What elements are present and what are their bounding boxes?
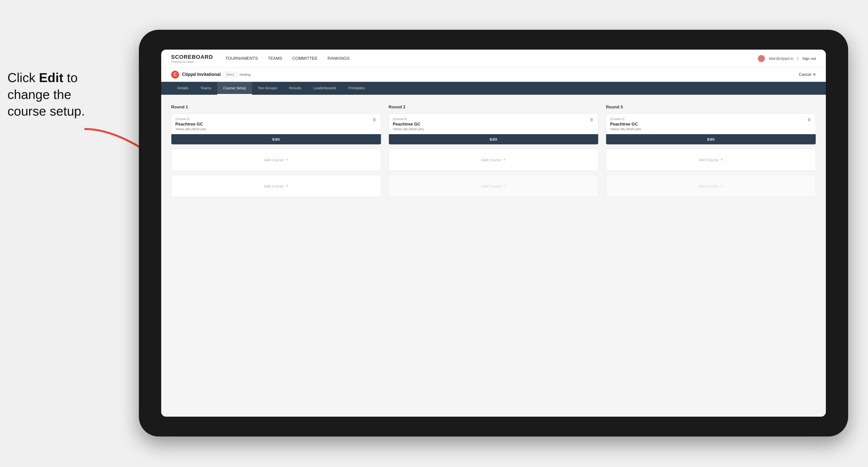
round-3-course-name: Peachtree GC [610, 122, 812, 127]
round-2-edit-button[interactable]: Edit [389, 134, 598, 144]
round-2-column: Round 2 (Course A) Peachtree GC Yellow (… [389, 105, 599, 201]
tablet-frame: SCOREBOARD Powered by clippd TOURNAMENTS… [139, 30, 848, 436]
nav-tournaments[interactable]: TOURNAMENTS [225, 55, 258, 62]
round-3-course-header: (Course A) Peachtree GC Yellow (M) (6629… [606, 114, 816, 134]
sign-out-link[interactable]: Sign out [802, 56, 816, 61]
sub-header: C Clippd Invitational (Men) Hosting Canc… [161, 67, 826, 82]
round-3-column: Round 3 (Course A) Peachtree GC Yellow (… [606, 105, 816, 201]
add-course-r3-text-2: Add Course [699, 184, 718, 188]
round-1-edit-button[interactable]: Edit [172, 134, 381, 144]
tab-printables[interactable]: Printables [342, 82, 371, 95]
tab-leaderboards[interactable]: Leaderboards [307, 82, 342, 95]
round-2-add-course-1[interactable]: Add Course + [389, 149, 599, 171]
round-1-label: Round 1 [171, 105, 381, 110]
tournament-gender-badge: (Men) [224, 72, 237, 77]
rounds-grid: Round 1 (Course A) Peachtree GC Yellow (… [171, 105, 816, 201]
logo-title: SCOREBOARD [171, 54, 213, 60]
nav-links: TOURNAMENTS TEAMS COMMITTEE RANKINGS [225, 55, 758, 62]
cancel-x-icon: ✕ [813, 72, 816, 77]
round-3-delete-icon[interactable]: 🗑 [806, 117, 812, 123]
plus-icon-r3-2: + [720, 184, 723, 189]
round-2-course-card: (Course A) Peachtree GC Yellow (M) (6629… [389, 114, 599, 145]
round-3-course-tag: (Course A) [610, 117, 812, 121]
round-2-delete-icon[interactable]: 🗑 [589, 117, 595, 123]
tab-tee-groups[interactable]: Tee Groups [252, 82, 283, 95]
add-course-text: Add Course [264, 158, 283, 162]
add-course-r3-text: Add Course [699, 158, 718, 162]
round-3-label: Round 3 [606, 105, 816, 110]
plus-icon: + [286, 157, 288, 162]
tab-results[interactable]: Results [283, 82, 307, 95]
round-2-course-details: Yellow (M) (6629 yds) [393, 127, 594, 131]
nav-teams[interactable]: TEAMS [268, 55, 282, 62]
tournament-info: C Clippd Invitational (Men) Hosting [171, 71, 250, 79]
tab-details[interactable]: Details [171, 82, 194, 95]
add-course-r2-text: Add Course [482, 158, 501, 162]
nav-committee[interactable]: COMMITTEE [292, 55, 317, 62]
round-3-add-course-1[interactable]: Add Course + [606, 149, 816, 171]
plus-icon-2: + [286, 184, 288, 189]
plus-icon-r3: + [720, 157, 723, 162]
plus-icon-r2-2: + [503, 184, 506, 189]
round-3-course-details: Yellow (M) (6629 yds) [610, 127, 812, 131]
round-1-column: Round 1 (Course A) Peachtree GC Yellow (… [171, 105, 381, 201]
round-2-add-course-2: Add Course + [389, 175, 599, 197]
tournament-name: Clippd Invitational [182, 72, 221, 77]
clippd-logo: C [171, 71, 179, 79]
round-1-add-course-1[interactable]: Add Course + [171, 149, 381, 171]
plus-icon-r2: + [503, 157, 506, 162]
add-course-text-2: Add Course [264, 184, 283, 188]
edit-bold: Edit [39, 70, 63, 85]
user-avatar [758, 55, 765, 62]
top-nav: SCOREBOARD Powered by clippd TOURNAMENTS… [161, 50, 826, 67]
tab-nav: Details Teams Course Setup Tee Groups Re… [161, 82, 826, 95]
round-1-course-details: Yellow (M) (6629 yds) [175, 127, 377, 131]
round-2-course-header: (Course A) Peachtree GC Yellow (M) (6629… [389, 114, 598, 134]
round-2-label: Round 2 [389, 105, 599, 110]
tablet-screen: SCOREBOARD Powered by clippd TOURNAMENTS… [161, 50, 826, 417]
round-1-course-header: (Course A) Peachtree GC Yellow (M) (6629… [172, 114, 381, 134]
round-1-course-name: Peachtree GC [175, 122, 377, 127]
user-email: blair@clippd.io [769, 56, 793, 61]
round-3-add-course-2: Add Course + [606, 175, 816, 197]
tab-course-setup[interactable]: Course Setup [217, 82, 252, 95]
cancel-button[interactable]: Cancel ✕ [799, 72, 816, 77]
nav-rankings[interactable]: RANKINGS [328, 55, 349, 62]
hosting-badge: Hosting [240, 73, 250, 76]
tab-teams[interactable]: Teams [194, 82, 217, 95]
nav-right: blair@clippd.io | Sign out [758, 55, 816, 62]
scoreboard-logo: SCOREBOARD Powered by clippd [171, 54, 213, 63]
round-2-course-name: Peachtree GC [393, 122, 594, 127]
add-course-r2-text-2: Add Course [482, 184, 501, 188]
round-1-course-card: (Course A) Peachtree GC Yellow (M) (6629… [171, 114, 381, 145]
round-3-course-card: (Course A) Peachtree GC Yellow (M) (6629… [606, 114, 816, 145]
round-3-edit-button[interactable]: Edit [606, 134, 816, 144]
round-1-add-course-2[interactable]: Add Course + [171, 175, 381, 197]
round-1-delete-icon[interactable]: 🗑 [372, 117, 377, 123]
main-content: Round 1 (Course A) Peachtree GC Yellow (… [161, 95, 826, 417]
logo-sub: Powered by clippd [171, 60, 213, 63]
round-2-course-tag: (Course A) [393, 117, 594, 121]
instruction-text: Click Edit tochange thecourse setup. [7, 69, 85, 120]
round-1-course-tag: (Course A) [175, 117, 377, 121]
nav-separator: | [797, 56, 798, 61]
